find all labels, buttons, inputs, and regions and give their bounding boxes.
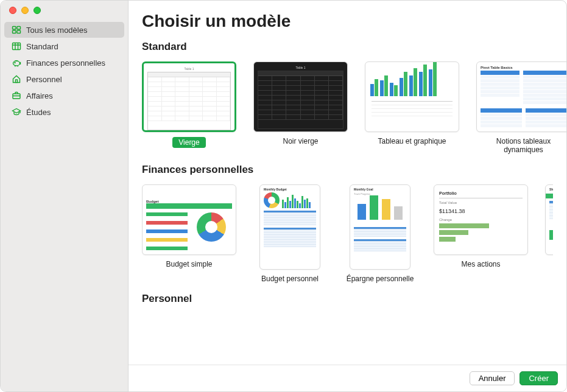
zoom-icon[interactable] [33, 7, 41, 14]
sidebar-item-business[interactable]: Affaires [4, 88, 124, 103]
grid-finances: Budget Budget simple [142, 184, 553, 283]
briefcase-icon [12, 91, 21, 100]
sidebar-item-education[interactable]: Études [4, 104, 124, 120]
sidebar-item-standard[interactable]: Standard [4, 38, 124, 54]
main-content: Choisir un modèle Standard Table 1 [129, 1, 566, 391]
close-icon[interactable] [9, 7, 16, 14]
thumbnail-title: Portfolio [439, 191, 523, 195]
svg-rect-10 [16, 80, 18, 83]
sidebar: Tous les modèles Standard Finances perso… [1, 1, 129, 391]
template-thumbnail [365, 61, 459, 132]
template-label: Budget personnel [261, 275, 319, 283]
template-simple-budget[interactable]: Budget Budget simple [142, 184, 236, 283]
template-thumbnail: Monthly Goal Track Progress [350, 184, 410, 270]
svg-rect-4 [13, 43, 21, 50]
thumbnail-title: Pivot Table Basics [481, 66, 566, 69]
template-blank-dark[interactable]: Table 1 [253, 61, 348, 154]
grid-icon [12, 25, 21, 35]
template-label: Notions tableaux dynamiques [476, 137, 566, 154]
section-title-standard: Standard [142, 41, 553, 53]
template-label: Dépenses partagées [545, 260, 553, 277]
thumbnail-title: Monthly Goal [354, 187, 406, 191]
template-stocks[interactable]: Portfolio Total Value $11341.38 Change M… [434, 184, 528, 283]
section-title-finances: Finances personnelles [142, 164, 553, 176]
template-thumbnail: Shared Expenses [545, 184, 553, 255]
thumbnail-title: Shared Expenses [546, 185, 553, 194]
window-body: Tous les modèles Standard Finances perso… [1, 1, 566, 391]
thumbnail-title: Monthly Budget [264, 187, 316, 191]
sidebar-item-label: Études [26, 108, 51, 117]
template-shared-expenses[interactable]: Shared Expenses Dépenses partagées [545, 184, 553, 283]
template-label: Mes actions [461, 260, 500, 268]
sidebar-item-finances[interactable]: Finances personnelles [4, 55, 124, 71]
table-icon [12, 41, 21, 51]
thumbnail-value: $11341.38 [439, 208, 523, 214]
template-label: Tableau et graphique [378, 137, 446, 145]
sidebar-item-label: Finances personnelles [26, 58, 105, 68]
sidebar-item-label: Affaires [26, 91, 53, 100]
sidebar-item-label: Personnel [26, 75, 62, 84]
svg-point-8 [13, 61, 20, 66]
template-thumbnail: Table 1 [253, 61, 348, 132]
sidebar-item-label: Standard [26, 42, 58, 51]
template-label: Vierge [172, 137, 205, 148]
create-button[interactable]: Créer [519, 371, 558, 385]
template-thumbnail: Monthly Budget [259, 184, 320, 270]
footer: Annuler Créer [129, 365, 566, 391]
piggy-bank-icon [12, 58, 21, 68]
template-thumbnail: Budget [142, 184, 236, 255]
svg-rect-3 [17, 30, 21, 33]
template-pivot-basics[interactable]: Pivot Table Basics [476, 61, 566, 154]
template-blank[interactable]: Table 1 [142, 61, 236, 154]
svg-rect-0 [13, 27, 16, 30]
section-title-personnel: Personnel [142, 293, 553, 305]
svg-rect-2 [13, 30, 16, 33]
minimize-icon[interactable] [21, 7, 29, 14]
template-chooser-window: Tous les modèles Standard Finances perso… [0, 0, 567, 392]
template-thumbnail: Pivot Table Basics [476, 61, 566, 132]
sidebar-item-all-templates[interactable]: Tous les modèles [4, 22, 124, 38]
template-label: Épargne personnelle [347, 275, 414, 283]
house-icon [12, 74, 21, 84]
cancel-button[interactable]: Annuler [470, 371, 515, 385]
window-controls [1, 7, 128, 21]
grid-standard: Table 1 [142, 61, 553, 154]
svg-rect-1 [17, 27, 21, 30]
template-personal-savings[interactable]: Monthly Goal Track Progress [343, 184, 417, 283]
template-label: Noir vierge [283, 137, 318, 145]
page-title: Choisir un modèle [142, 12, 553, 31]
template-personal-budget[interactable]: Monthly Budget [253, 184, 326, 283]
sidebar-item-label: Tous les modèles [26, 26, 87, 35]
svg-point-9 [15, 62, 15, 63]
template-label: Budget simple [166, 260, 212, 268]
sidebar-item-personal[interactable]: Personnel [4, 71, 124, 87]
template-table-chart[interactable]: Tableau et graphique [365, 61, 459, 154]
template-thumbnail: Portfolio Total Value $11341.38 Change [434, 184, 528, 255]
template-thumbnail: Table 1 [142, 61, 236, 132]
graduation-cap-icon [12, 107, 21, 117]
